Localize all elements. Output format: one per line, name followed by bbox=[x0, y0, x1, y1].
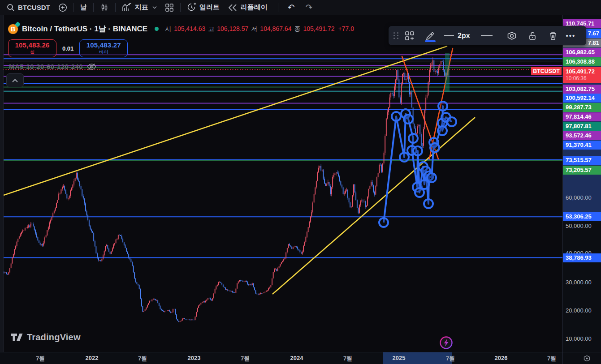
zigzag-anchor-handle[interactable] bbox=[409, 134, 418, 143]
price-axis-tick: 10,000.00 bbox=[563, 334, 601, 343]
buy-button[interactable]: 105,483.27 바이 bbox=[79, 39, 128, 57]
zigzag-anchor-handle[interactable] bbox=[438, 102, 447, 111]
chart-style-button[interactable] bbox=[96, 0, 113, 15]
trash-icon bbox=[548, 31, 558, 41]
zigzag-anchor-handle[interactable] bbox=[400, 153, 409, 162]
lock-drawing-button[interactable] bbox=[525, 28, 540, 43]
time-axis-label: 7월 bbox=[446, 355, 455, 363]
high-label: 고 bbox=[208, 25, 214, 33]
price-axis-label: 100,592.14 bbox=[563, 94, 601, 103]
zigzag-anchor-handle[interactable] bbox=[427, 173, 436, 182]
zigzag-anchor-handle[interactable] bbox=[413, 146, 422, 155]
price-axis-label: 38,786.93 bbox=[563, 253, 601, 262]
time-axis-label: 2024 bbox=[290, 355, 303, 361]
alert-button[interactable]: 얼러트 bbox=[183, 0, 224, 15]
price-axis-label: 73,205.57 bbox=[563, 166, 601, 175]
spark-lightning-button[interactable] bbox=[439, 336, 453, 350]
close-value: 105,491.72 bbox=[303, 25, 334, 32]
line-style-button[interactable] bbox=[481, 35, 493, 36]
axis-settings-hexagon-icon[interactable] bbox=[583, 355, 591, 362]
price-axis-label: 97,807.81 bbox=[563, 122, 601, 131]
market-status-icon bbox=[155, 27, 159, 31]
collapse-pane-button[interactable] bbox=[6, 73, 24, 87]
replay-button[interactable]: 리플레이 bbox=[224, 0, 272, 15]
color-swatch bbox=[425, 40, 436, 42]
drawing-settings-button[interactable] bbox=[504, 28, 519, 43]
high-value: 106,128.57 bbox=[217, 25, 248, 32]
symbol-header[interactable]: B Bitcoin / TetherUS · 1날 · BINANCE 시105… bbox=[8, 24, 354, 34]
toolbar-separator bbox=[180, 3, 181, 12]
price-axis-tick: 60,000.00 bbox=[563, 193, 601, 202]
pencil-icon bbox=[425, 31, 435, 41]
time-axis-label: 2022 bbox=[86, 355, 99, 361]
zigzag-anchor-handle[interactable] bbox=[404, 115, 413, 124]
price-level-lines[interactable] bbox=[3, 55, 562, 257]
zigzag-anchor-handle[interactable] bbox=[424, 199, 433, 208]
zigzag-anchor-handle[interactable] bbox=[420, 180, 429, 189]
line-width-icon bbox=[444, 35, 454, 36]
drawing-color-button[interactable] bbox=[423, 28, 438, 43]
line-width-label: 2px bbox=[458, 32, 470, 40]
toolbar-separator bbox=[115, 3, 116, 12]
spread-value: 0.01 bbox=[62, 45, 74, 52]
lock-open-icon bbox=[527, 31, 537, 41]
redo-button[interactable]: ↷ bbox=[300, 0, 318, 15]
time-axis[interactable]: 7월20227월20237월20247월20257월20267월 bbox=[0, 352, 562, 364]
blue-zigzag-drawing[interactable] bbox=[379, 102, 456, 227]
compare-add-button[interactable] bbox=[54, 0, 71, 15]
zigzag-anchor-handle[interactable] bbox=[379, 218, 388, 227]
indicators-label: 지표 bbox=[135, 3, 148, 12]
symbol-name: BTCUSDT bbox=[18, 4, 50, 11]
toolbar-separator bbox=[278, 3, 278, 12]
sell-button[interactable]: 105,483.26 셀 bbox=[8, 39, 56, 57]
change-value: +77.0 bbox=[338, 25, 354, 32]
bar-countdown: 10:06:36 bbox=[566, 75, 601, 81]
current-bar-highlight bbox=[445, 53, 450, 92]
time-axis-label: 2026 bbox=[495, 355, 508, 361]
symbol-title[interactable]: Bitcoin / TetherUS · 1날 · BINANCE bbox=[22, 24, 147, 34]
zigzag-anchor-handle[interactable] bbox=[438, 126, 447, 135]
delete-drawing-button[interactable] bbox=[545, 28, 561, 43]
low-label: 저 bbox=[251, 25, 257, 33]
undo-button[interactable]: ↶ bbox=[282, 0, 300, 15]
zigzag-anchor-handle[interactable] bbox=[430, 143, 439, 152]
chevron-down-icon bbox=[152, 6, 157, 9]
tradingview-logo-icon bbox=[11, 332, 23, 343]
time-axis-label: 7월 bbox=[241, 355, 250, 363]
price-axis[interactable]: 60,000.0050,000.0040,000.0030,000.0020,0… bbox=[562, 15, 601, 352]
search-icon bbox=[7, 4, 15, 12]
symbol-search-button[interactable]: BTCUSDT bbox=[3, 0, 54, 15]
hexagon-settings-icon bbox=[506, 30, 517, 41]
drawing-template-button[interactable] bbox=[402, 28, 417, 43]
layout-grid-button[interactable] bbox=[161, 0, 178, 15]
eye-hidden-icon[interactable] bbox=[87, 63, 96, 70]
indicators-button[interactable]: 지표 bbox=[118, 0, 161, 15]
undo-icon: ↶ bbox=[288, 2, 295, 13]
time-axis-label: 2023 bbox=[188, 355, 201, 361]
zigzag-anchor-handle[interactable] bbox=[447, 117, 456, 126]
top-toolbar: BTCUSDT 날 bbox=[0, 0, 601, 15]
ma-indicator-row[interactable]: MA5-10-20-60-120-240 bbox=[9, 63, 96, 70]
line-width-button[interactable]: 2px bbox=[444, 32, 470, 40]
price-line-symbol-tag: BTCUSDT bbox=[531, 67, 562, 75]
more-options-button[interactable]: ••• bbox=[566, 32, 576, 39]
toolbar-separator bbox=[93, 3, 94, 12]
alert-label: 얼러트 bbox=[199, 3, 220, 12]
left-pane-strip bbox=[0, 15, 4, 352]
time-axis-label: 7월 bbox=[343, 355, 352, 363]
toolbar-drag-handle-icon[interactable] bbox=[392, 30, 399, 42]
price-axis-label: 93,572.46 bbox=[563, 131, 601, 140]
plus-circle-icon bbox=[58, 3, 67, 12]
last-price-label: 105,491.7210:06:36 bbox=[563, 67, 601, 83]
chevron-up-icon bbox=[12, 79, 18, 82]
price-axis-tick: 20,000.00 bbox=[563, 306, 601, 315]
time-axis-label: 2025 bbox=[393, 355, 406, 361]
time-axis-label: 7월 bbox=[36, 355, 45, 363]
price-axis-label: 73,515.57 bbox=[563, 156, 601, 165]
tradingview-app: BTCUSDT 날 bbox=[0, 0, 601, 364]
interval-button[interactable]: 날 bbox=[76, 0, 91, 15]
price-axis-tick: 50,000.00 bbox=[563, 222, 601, 231]
zigzag-anchor-handle[interactable] bbox=[392, 112, 401, 121]
price-axis-label: 106,982.65 bbox=[563, 48, 601, 57]
tradingview-watermark: TradingView bbox=[11, 332, 81, 343]
